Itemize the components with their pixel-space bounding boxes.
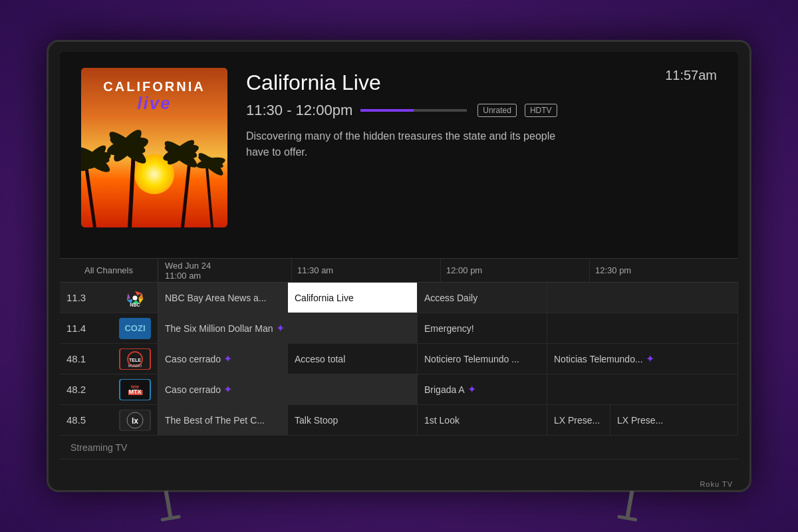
time-col-1230: 12:30 pm [589, 259, 738, 282]
svg-text:MUNDO: MUNDO [128, 364, 142, 368]
info-panel: CALIFORNIA Live California Live 11:30 - … [60, 52, 738, 258]
programs-485: The Best of The Pet C... Talk Stoop 1st … [158, 405, 738, 435]
program-casocerrado-481[interactable]: Caso cerrado ✦ [158, 344, 288, 374]
time-col-1200: 12:00 pm [440, 259, 589, 282]
guide-row-481: 48.1 TELE MUNDO Caso cerrado ✦ Acceso to… [60, 344, 738, 374]
tv-frame: CALIFORNIA Live California Live 11:30 - … [47, 40, 751, 492]
program-noticiero[interactable]: Noticiero Telemundo ... [418, 344, 547, 374]
show-title: California Live [246, 70, 717, 95]
guide-row-114: 11.4 COZI The Six Million Dollar Man ✦ E… [60, 313, 738, 344]
program-noticias[interactable]: Noticias Telemundo... ✦ [547, 344, 738, 374]
program-lxprese2[interactable]: LX Prese... [610, 405, 738, 435]
programs-482: Caso cerrado ✦ Brigada A ✦ [158, 374, 738, 404]
show-time-row: 11:30 - 12:00pm Unrated HDTV [246, 102, 717, 119]
channel-num-482: 48.2 [66, 384, 92, 395]
streaming-row: Streaming TV [60, 436, 738, 460]
svg-text:lx: lx [132, 416, 138, 426]
program-casocerrado-482[interactable]: Caso cerrado ✦ [158, 374, 418, 404]
channel-cell-113: 11.3 NBC [60, 283, 158, 313]
program-emergency[interactable]: Emergency! [418, 313, 547, 343]
programs-114: The Six Million Dollar Man ✦ Emergency! [158, 313, 738, 343]
thumbnail-california: CALIFORNIA [81, 80, 227, 93]
tv-screen: CALIFORNIA Live California Live 11:30 - … [60, 52, 738, 464]
channel-num-113: 11.3 [66, 292, 92, 303]
guide-label: All Channels [60, 259, 158, 282]
channel-cell-481: 48.1 TELE MUNDO [60, 344, 158, 374]
telmx-logo: tele 🅼🆃🆇 MTX [119, 379, 151, 400]
svg-text:NBC: NBC [130, 303, 140, 307]
svg-text:TELE: TELE [129, 358, 141, 362]
program-empty-482[interactable] [547, 374, 738, 404]
nbc-logo: NBC [119, 287, 151, 309]
progress-bar-fill [360, 109, 414, 112]
guide-date: Wed Jun 24 11:00 am [165, 261, 291, 281]
channel-cell-485: 48.5 lx [60, 405, 158, 435]
telemundo-logo: TELE MUNDO [119, 348, 151, 370]
streaming-label: Streaming TV [70, 442, 127, 453]
program-sixmillion[interactable]: The Six Million Dollar Man ✦ [158, 313, 418, 343]
channel-num-485: 48.5 [66, 414, 92, 426]
programs-481: Caso cerrado ✦ Acceso total Noticiero Te… [158, 344, 738, 374]
program-empty-113[interactable] [547, 283, 738, 313]
program-empty-114[interactable] [547, 313, 738, 343]
guide-section: All Channels Wed Jun 24 11:00 am 11:30 a… [60, 258, 738, 464]
svg-rect-0 [84, 162, 96, 227]
channel-cell-482: 48.2 tele 🅼🆃🆇 MTX [60, 374, 158, 404]
cozi-logo: COZI [119, 318, 151, 339]
svg-text:MTX: MTX [129, 388, 142, 395]
guide-row-113: 11.3 NBC [60, 283, 738, 313]
show-description: Discovering many of the hidden treasures… [246, 128, 579, 160]
progress-bar [360, 109, 467, 112]
roku-brand: Roku TV [700, 480, 733, 488]
channel-cell-114: 11.4 COZI [60, 313, 158, 343]
program-talkstoop[interactable]: Talk Stoop [288, 405, 418, 435]
guide-header: All Channels Wed Jun 24 11:00 am 11:30 a… [60, 259, 738, 283]
program-lxprese1[interactable]: LX Prese... [547, 405, 610, 435]
show-info: California Live 11:30 - 12:00pm Unrated … [246, 68, 717, 160]
guide-row-485: 48.5 lx The Best of The Pet C... Talk St… [60, 405, 738, 436]
program-californialive[interactable]: California Live [288, 283, 418, 313]
thumbnail-live: Live [81, 93, 227, 114]
svg-rect-15 [205, 164, 213, 227]
clock: 11:57am [665, 68, 717, 83]
lx-logo: lx [119, 410, 151, 431]
rating-badge: Unrated [477, 104, 517, 117]
program-petc[interactable]: The Best of The Pet C... [158, 405, 288, 435]
format-badge: HDTV [525, 104, 557, 117]
program-1stlook[interactable]: 1st Look [418, 405, 547, 435]
palm-trees [81, 121, 227, 227]
tv-stand-left [164, 491, 173, 517]
tv-stand-right [626, 491, 634, 517]
svg-point-19 [132, 295, 137, 300]
guide-row-482: 48.2 tele 🅼🆃🆇 MTX Caso cerrado ✦ Brigada… [60, 374, 738, 405]
program-nbcnews[interactable]: NBC Bay Area News a... [158, 283, 288, 313]
program-brigadaa[interactable]: Brigada A ✦ [418, 374, 547, 404]
program-accessdaily[interactable]: Access Daily [418, 283, 547, 313]
thumbnail-text: CALIFORNIA Live [81, 80, 227, 114]
channel-thumbnail: CALIFORNIA Live [81, 68, 227, 227]
time-col-1130: 11:30 am [291, 259, 440, 282]
program-accesototal[interactable]: Acceso total [288, 344, 418, 374]
show-time: 11:30 - 12:00pm [246, 102, 352, 119]
channel-num-481: 48.1 [66, 353, 92, 364]
programs-113: NBC Bay Area News a... California Live A… [158, 283, 738, 313]
channel-num-114: 11.4 [66, 323, 92, 334]
